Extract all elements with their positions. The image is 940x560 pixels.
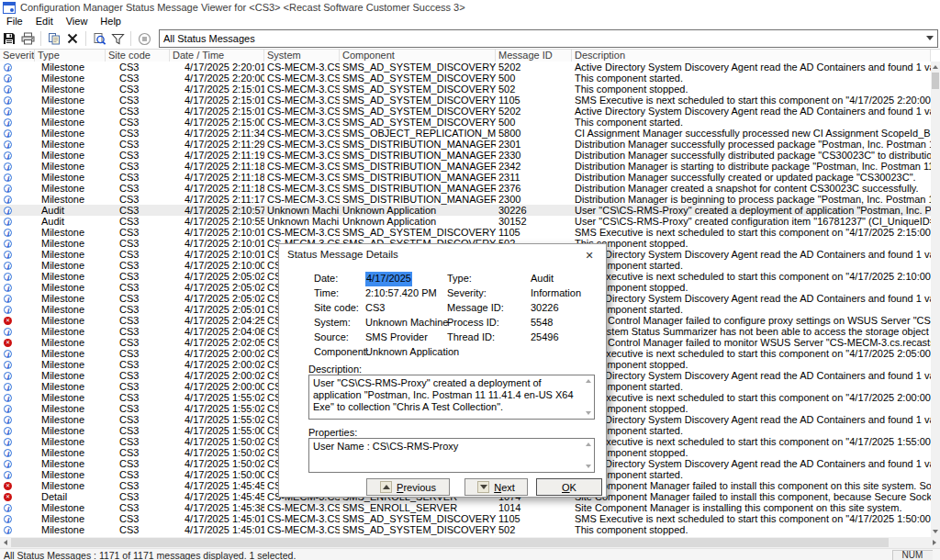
column-header-comp[interactable]: Component — [340, 50, 496, 62]
copy-button[interactable] — [45, 29, 63, 48]
table-row[interactable]: iMilestoneCS34/17/2025 2:11:34 PMCS-MECM… — [0, 128, 931, 139]
cell-comp: SMS_DISTRIBUTION_MANAGER — [340, 139, 496, 150]
info-icon: i — [4, 295, 12, 303]
cell-desc: Distribution Manager created a snapshot … — [572, 183, 931, 194]
scroll-left-icon[interactable] — [4, 540, 7, 545]
cell-type: Milestone — [35, 403, 106, 414]
cell-mid: 1014 — [496, 502, 572, 513]
vertical-scrollbar-thumb[interactable] — [932, 73, 939, 89]
cell-date: 4/17/2025 1:50:02 PM — [170, 436, 264, 447]
cell-date: 4/17/2025 1:45:45 PM — [170, 491, 264, 502]
cell-date: 4/17/2025 1:45:01 PM — [170, 513, 264, 524]
scroll-up-icon[interactable] — [586, 442, 591, 446]
scroll-right-icon[interactable] — [933, 540, 936, 545]
stop-icon — [138, 32, 151, 46]
cell-desc: This component stopped. — [572, 238, 931, 249]
ok-button[interactable]: OK — [536, 478, 602, 496]
table-row[interactable]: iMilestoneCS34/17/2025 2:15:01 PMCS-MECM… — [0, 84, 931, 95]
cell-type: Milestone — [35, 414, 106, 425]
cell-desc: This component started. — [572, 73, 931, 84]
cell-type: Milestone — [35, 348, 106, 359]
cell-sys: CS-MECM-3.CS... — [264, 194, 340, 205]
cell-date: 4/17/2025 2:00:02 PM — [170, 370, 264, 381]
cell-site: CS3 — [106, 128, 170, 139]
table-row[interactable]: iMilestoneCS34/17/2025 1:45:01 PMCS-MECM… — [0, 524, 931, 535]
table-row[interactable]: iMilestoneCS34/17/2025 2:11:18 PMCS-MECM… — [0, 161, 931, 172]
table-row[interactable]: iMilestoneCS34/17/2025 1:45:38 PMCS-MECM… — [0, 502, 931, 513]
column-header-desc[interactable]: Description — [572, 50, 931, 62]
scroll-up-icon[interactable] — [586, 379, 591, 383]
cell-desc: Distribution Manager is starting to dist… — [572, 161, 931, 172]
table-row[interactable]: iMilestoneCS34/17/2025 2:11:18 PMCS-MECM… — [0, 172, 931, 183]
chevron-down-icon[interactable] — [923, 30, 937, 45]
table-row[interactable]: iMilestoneCS34/17/2025 2:11:18 PMCS-MECM… — [0, 183, 931, 194]
cell-date: 4/17/2025 1:50:02 PM — [170, 458, 264, 469]
scroll-up-icon[interactable] — [933, 65, 938, 69]
cell-date: 4/17/2025 2:11:34 PM — [170, 128, 264, 139]
table-row[interactable]: iMilestoneCS34/17/2025 2:15:01 PMCS-MECM… — [0, 95, 931, 106]
delete-button[interactable] — [63, 29, 82, 48]
cell-type: Milestone — [35, 315, 106, 326]
cell-date: 4/17/2025 2:05:02 PM — [170, 282, 264, 293]
toolbar-separator — [85, 31, 86, 46]
column-header-site[interactable]: Site code — [106, 50, 170, 62]
info-icon: i — [4, 460, 12, 468]
horizontal-scrollbar-thumb[interactable] — [11, 538, 889, 547]
toolbar-separator — [40, 31, 41, 46]
field-value: Information — [531, 286, 581, 301]
table-row[interactable]: iMilestoneCS34/17/2025 2:11:17 PMCS-MECM… — [0, 194, 931, 205]
column-header-mid[interactable]: Message ID — [496, 50, 572, 62]
cell-desc: This component stopped. — [572, 447, 931, 458]
cell-mid: 30152 — [496, 216, 572, 227]
menu-edit[interactable]: Edit — [29, 15, 60, 28]
cell-desc: Distribution Manager successfully proces… — [572, 139, 931, 150]
vertical-scrollbar[interactable] — [931, 62, 940, 537]
table-row[interactable]: iMilestoneCS34/17/2025 2:15:01 PMCS-MECM… — [0, 106, 931, 117]
previous-button[interactable]: Previous — [366, 478, 450, 496]
cell-type: Milestone — [35, 271, 106, 282]
column-header-type[interactable]: Type — [35, 50, 106, 62]
scroll-down-icon[interactable] — [586, 465, 591, 468]
scroll-down-icon[interactable] — [933, 530, 938, 533]
save-button[interactable] — [0, 29, 18, 48]
close-icon[interactable]: ✕ — [582, 248, 597, 263]
table-row[interactable]: iAuditCS34/17/2025 2:10:55 PMUnknown Mac… — [0, 216, 931, 227]
column-header-sys[interactable]: System — [264, 50, 340, 62]
dialog-field: Severity:Information — [447, 286, 599, 301]
cell-site: CS3 — [106, 304, 170, 315]
field-value: 4/17/2025 — [365, 272, 412, 286]
menu-view[interactable]: View — [60, 15, 95, 28]
cell-date: 4/17/2025 2:11:18 PM — [170, 172, 264, 183]
menu-help[interactable]: Help — [94, 15, 128, 28]
scroll-down-icon[interactable] — [586, 411, 591, 415]
cell-desc: This component stopped. — [572, 524, 931, 535]
print-button[interactable] — [18, 29, 37, 48]
table-row[interactable]: iAuditCS34/17/2025 2:10:57 PMUnknown Mac… — [0, 205, 931, 216]
cell-type: Milestone — [35, 194, 106, 205]
message-filter-combobox[interactable]: All Status Messages — [159, 29, 938, 48]
table-row[interactable]: iMilestoneCS34/17/2025 2:20:00 PMCS-MECM… — [0, 73, 931, 84]
column-header-date[interactable]: Date / Time — [170, 50, 264, 62]
next-button[interactable]: Next — [464, 478, 528, 496]
table-row[interactable]: iMilestoneCS34/17/2025 1:45:01 PMCS-MECM… — [0, 513, 931, 524]
cell-date: 4/17/2025 2:05:02 PM — [170, 293, 264, 304]
stop-button[interactable] — [135, 29, 153, 48]
horizontal-scrollbar[interactable] — [0, 537, 940, 548]
dialog-field: Component:Unknown Application — [314, 345, 452, 360]
column-header-sev[interactable]: Severity — [0, 50, 35, 62]
cell-site: CS3 — [106, 491, 170, 502]
table-row[interactable]: iMilestoneCS34/17/2025 2:15:00 PMCS-MECM… — [0, 117, 931, 128]
table-row[interactable]: iMilestoneCS34/17/2025 2:20:01 PMCS-MECM… — [0, 62, 931, 73]
properties-box[interactable]: User Name : CS\CS-RMS-Proxy — [308, 438, 595, 473]
filter-button[interactable] — [108, 29, 127, 48]
table-row[interactable]: iMilestoneCS34/17/2025 2:11:29 PMCS-MECM… — [0, 139, 931, 150]
table-row[interactable]: iMilestoneCS34/17/2025 2:11:19 PMCS-MECM… — [0, 150, 931, 161]
description-box[interactable]: User "CS\CS-RMS-Proxy" created a deploym… — [308, 375, 595, 420]
find-button[interactable] — [90, 29, 108, 48]
cell-type: Milestone — [35, 84, 106, 95]
field-value: Unknown Application — [365, 345, 459, 360]
field-value: 30226 — [531, 301, 559, 316]
table-row[interactable]: iMilestoneCS34/17/2025 2:10:01 PMCS-MECM… — [0, 227, 931, 238]
menu-file[interactable]: File — [0, 15, 29, 28]
cell-comp: SMS_DISTRIBUTION_MANAGER — [340, 183, 496, 194]
